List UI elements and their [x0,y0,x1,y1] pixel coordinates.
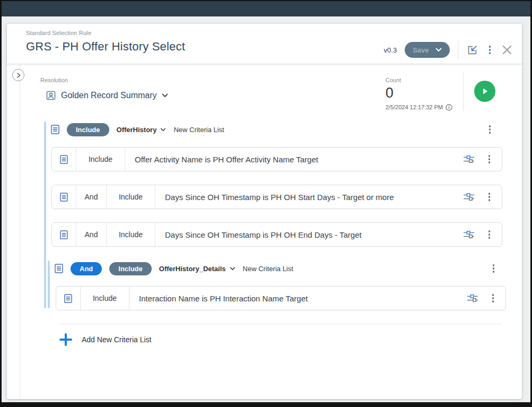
document-icon [64,294,72,303]
close-button[interactable] [502,45,512,55]
row-more-options-icon[interactable] [489,292,498,305]
count-divider [463,72,464,111]
count-block: Count 0 2/5/2024 12:17:32 PM [386,72,452,111]
app-window: Standard Selection Rule GRS - PH Offer H… [0,0,532,407]
entity-name: OfferHistory_Details [159,265,226,273]
criteria-row[interactable]: Include Offer Activity Name is PH Offer … [51,147,502,171]
chevron-down-icon [160,128,166,132]
group-header: And Include OfferHistory_Details New Cri… [55,257,506,280]
header-actions: v0.3 Save [384,36,512,64]
criteria-row[interactable]: And Include Days Since OH Timestamp is P… [51,222,502,247]
row-operator: And [76,185,107,209]
row-description: Days Since OH Timestamp is PH OH Start D… [155,185,463,209]
close-icon [502,45,512,55]
chevron-down-icon [435,48,442,52]
criteria-tree: Include OfferHistory New Criteria List [44,118,511,310]
card-body: Resolution Golden Record Summary [7,64,522,399]
resolution-select[interactable]: Golden Record Summary [46,90,168,101]
header-titles: Standard Selection Rule GRS - PH Offer H… [26,30,185,64]
count-area: Count 0 2/5/2024 12:17:32 PM [386,72,503,111]
row-actions [467,287,506,310]
entity-dropdown[interactable]: OfferHistory_Details [159,265,236,273]
selection-rule-card: Standard Selection Rule GRS - PH Offer H… [7,24,522,399]
row-description: Days Since OH Timestamp is PH OH End Day… [155,223,463,246]
add-new-criteria-list-button[interactable]: Add New Criteria List [59,333,152,346]
document-icon [60,193,68,202]
document-icon [51,125,59,134]
edit-rule-icon[interactable] [466,44,478,56]
entity-name: OfferHistory [117,126,157,134]
resolution-label: Resolution [40,77,168,83]
row-more-options-icon[interactable] [485,153,494,166]
count-value: 0 [386,84,452,102]
row-description: Offer Activity Name is PH Offer Activity… [125,148,463,171]
group-more-options-icon[interactable] [490,262,498,275]
new-criteria-list-link[interactable]: New Criteria List [173,126,224,134]
row-operator: And [76,223,107,246]
save-button[interactable]: Save [405,42,449,58]
row-mode: Include [76,148,125,171]
info-icon[interactable] [446,104,452,111]
and-operator-pill[interactable]: And [71,262,102,275]
row-mode: Include [107,223,155,246]
row-mode: Include [81,287,129,310]
count-timestamp: 2/5/2024 12:17:32 PM [386,104,452,111]
chevron-right-icon [16,73,21,78]
group-accent-bar [44,122,46,308]
row-actions [463,223,502,246]
expand-panel-button[interactable] [12,69,24,81]
entity-dropdown[interactable]: OfferHistory [117,126,167,134]
resolution-value: Golden Record Summary [61,91,157,100]
count-label: Count [386,77,452,83]
chevron-down-icon [162,93,168,98]
rule-type-label: Standard Selection Rule [26,30,185,36]
document-icon [55,264,63,273]
person-icon [46,90,56,101]
row-icon-cell [52,148,76,171]
row-actions [463,185,502,209]
row-more-options-icon[interactable] [485,190,494,203]
criteria-group-offerhistory: Include OfferHistory New Criteria List [44,118,511,310]
header-divider [458,40,458,59]
run-count-button[interactable] [474,81,495,102]
row-description: Interaction Name is PH Interaction Name … [129,287,467,310]
play-icon [481,87,489,96]
collapse-rail [7,64,20,399]
row-actions [463,148,502,171]
criteria-row[interactable]: Include Interaction Name is PH Interacti… [56,286,506,310]
include-mode-pill[interactable]: Include [67,123,109,136]
row-icon-cell [52,185,76,209]
plus-icon [59,333,72,346]
add-new-criteria-list-label: Add New Criteria List [82,335,152,344]
top-navigation-bar [2,1,530,16]
chevron-down-icon [230,267,236,271]
sliders-icon[interactable] [463,154,475,164]
rule-content: Resolution Golden Record Summary [20,64,522,399]
top-section: Resolution Golden Record Summary [40,72,511,111]
sliders-icon[interactable] [467,293,478,303]
row-mode: Include [107,185,155,209]
version-label: v0.3 [384,46,397,54]
new-criteria-list-link[interactable]: New Criteria List [243,265,293,273]
row-more-options-icon[interactable] [485,228,494,241]
count-timestamp-text: 2/5/2024 12:17:32 PM [386,104,443,110]
header-more-options-icon[interactable] [486,44,494,56]
card-header: Standard Selection Rule GRS - PH Offer H… [7,24,522,64]
save-button-label: Save [413,46,429,54]
group-accent-bar [48,261,50,308]
criteria-group-offerhistory-details: And Include OfferHistory_Details New Cri… [48,257,511,310]
group-more-options-icon[interactable] [486,123,494,136]
document-icon [60,230,68,239]
include-mode-pill[interactable]: Include [109,262,152,275]
sliders-icon[interactable] [463,230,475,239]
page-title: GRS - PH Offer History Select [26,40,185,54]
document-icon [60,155,68,164]
resolution-block: Resolution Golden Record Summary [40,72,168,111]
row-icon-cell [56,287,81,310]
group-header: Include OfferHistory New Criteria List [51,118,502,141]
footer-divider [60,324,502,324]
criteria-row[interactable]: And Include Days Since OH Timestamp is P… [51,185,502,209]
edit-icon [466,44,478,56]
sliders-icon[interactable] [463,192,475,202]
row-icon-cell [52,223,76,246]
